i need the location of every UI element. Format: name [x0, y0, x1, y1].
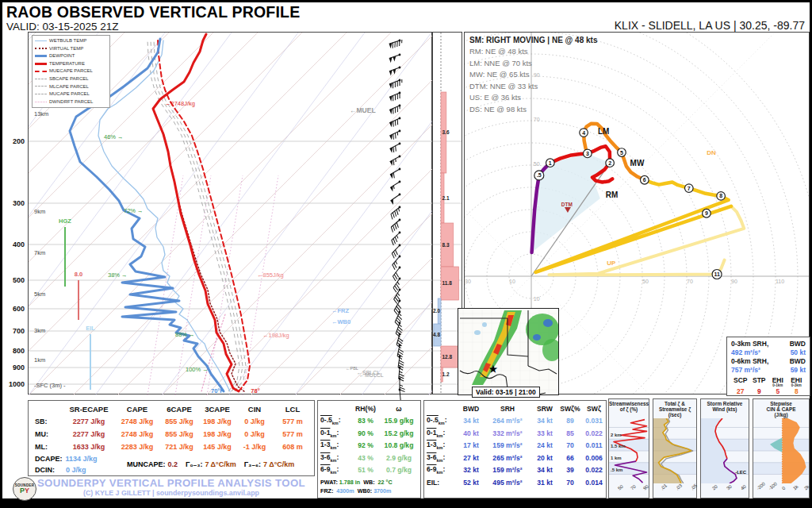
wind-barb — [393, 290, 404, 303]
km-marker-label: 5 — [620, 150, 623, 156]
frz-row: FRZ: 4300m WB0: 3700m — [320, 487, 420, 495]
skewt-legend: WETBULB TEMPVIRTUAL TEMPDEWPOINTTEMPERAT… — [32, 35, 110, 108]
mixing-ratio-value: 10.8 g/kg — [379, 441, 419, 449]
srh-03-label: 0-3km SRH, — [731, 340, 768, 348]
cell-value: 855 J/kg — [160, 430, 198, 438]
km-marker-label: 1 — [549, 160, 552, 166]
table-row: 0-1km:90 %15.2 g/kg — [320, 427, 420, 440]
annotation: ←855J/kg — [257, 271, 284, 279]
table-row: 6-9km:51 %0.7 g/kg — [320, 464, 420, 477]
panel-x-tick: .01 — [660, 483, 668, 491]
annotation: 46% → — [104, 133, 124, 140]
annotation: 38% → — [108, 271, 128, 279]
hodograph-label-RM: RM — [606, 190, 619, 199]
cell-value: 145 J/kg — [198, 443, 236, 451]
ring-label: 10 — [509, 279, 515, 284]
table-row: 0-.5km:83 %15.9 g/kg — [320, 415, 420, 428]
annotation: ←WB0 — [331, 318, 350, 325]
legend-item: DWNDRFT PARCEL — [35, 98, 107, 106]
omega-value: 3.6 — [442, 129, 450, 135]
cell-value: 0.014 — [582, 479, 606, 487]
km-marker-label: 7 — [688, 186, 691, 191]
cell-value: -1 J/kg — [236, 443, 273, 451]
mini-panel-title: Storm RelativeWind (kts) — [701, 399, 749, 418]
ring-label: 10 — [534, 296, 540, 302]
row-label: 0-1km: — [320, 429, 352, 438]
cell-value: 721 J/kg — [160, 443, 198, 451]
mini-panel-title: Streamwisenessof ζ (%) — [609, 399, 649, 418]
row-label: 0-1km: — [427, 429, 458, 438]
omega-value: 1.2 — [442, 371, 450, 377]
cell-value: 332 m²/s² — [484, 429, 531, 437]
cell-value: 495 m²/s² — [484, 479, 531, 487]
sounderpy-logo: SOUNDER PY — [13, 477, 36, 501]
srh-06-label: 0-6km SRH, — [731, 357, 768, 366]
mini-panel: Streamwisenessof ζ (%)2 km1.5 km1 km.5 k… — [608, 398, 649, 498]
height-tick-label: 13km — [34, 110, 48, 117]
radar-echo — [482, 322, 487, 327]
sounderpy-app-canvas: RAOB OBSERVED VERTICAL PROFILE VALID: 03… — [0, 0, 812, 508]
storm-motion-line: RM: NE @ 48 kts — [469, 46, 597, 58]
mixing-ratio-value: 15.9 g/kg — [379, 417, 419, 425]
column-header: 3CAPE — [198, 405, 236, 414]
parcel-trace-gray — [151, 40, 243, 391]
surface-temp-marker: 78° — [251, 387, 259, 394]
omega-value: 8.3 — [442, 242, 450, 248]
row-label: SB: — [32, 418, 63, 425]
storm-motion-line: DS: NE @ 98 kts — [469, 104, 597, 116]
km-marker-label: .5 — [537, 172, 542, 178]
legend-line-swatch — [35, 94, 47, 94]
dcin-row: DCIN:0 J/kg — [32, 464, 127, 475]
panel-x-tick: 2k — [803, 484, 810, 491]
cell-value: 0 J/kg — [236, 418, 273, 425]
rh-value: 43 % — [352, 454, 379, 462]
srh-summary-box: 0-3km SRH,BWD 492 m²/s²50 kt 0-6km SRH,B… — [726, 337, 810, 396]
legend-item: MLCAPE PARCEL — [35, 83, 107, 91]
panel-x-ticks: -200-10001k2k — [753, 487, 809, 498]
mixing-ratio-value: 2.9 g/kg — [379, 454, 419, 462]
wind-barb — [389, 106, 401, 114]
wind-barb — [393, 279, 404, 292]
row-label: 0-.5km: — [427, 416, 458, 425]
legend-item: MUECAPE PARCEL — [35, 67, 107, 75]
table-row: ML:1633 J/kg2283 J/kg721 J/kg145 J/kg-1 … — [32, 441, 314, 453]
km-marker-label: 11 — [714, 271, 720, 277]
omega-value: -2.0 — [433, 308, 440, 314]
table-row: 0-1km:40 kt332 m²/s²33 kt850.022 — [427, 427, 606, 440]
footer-credit: (C) KYLE J GILLETT | sounderpysoundings.… — [28, 489, 315, 497]
panel-x-tick: 70 — [630, 484, 637, 491]
kinematics-table: BWDSRHSRWSWζ%SWζ0-.5km:34 kt264 m²/s²34 … — [423, 400, 607, 498]
omega-value: 11.8 — [442, 280, 453, 286]
km-marker-label: 3 — [586, 151, 589, 156]
row-label: 3-6km: — [427, 453, 458, 463]
mini-panel-chart: -LEC — [701, 418, 749, 483]
stp-value: 9 — [750, 387, 769, 395]
table-row: MU:2277 J/kg2748 J/kg855 J/kg198 J/kg0 J… — [32, 428, 314, 441]
muncape-gamma-row: MUNCAPE:0.2Γ₀₋₃:7 Δ°C/kmΓ₃₋₆:7 Δ°C/km — [127, 453, 314, 475]
hodograph-label-DN: DN — [707, 149, 716, 156]
legend-line-swatch — [35, 102, 47, 102]
wind-barb — [391, 256, 404, 270]
panel-x-tick: 20 — [711, 484, 718, 491]
scp-header: SCP — [731, 376, 750, 387]
cell-value: 0.006 — [582, 454, 606, 462]
table-row: 1-3km:17 kt159 m²/s²24 kt700.011 — [427, 440, 606, 452]
table-row: 0-.5km:34 kt264 m²/s²34 kt890.031 — [427, 415, 606, 428]
column-header: RH(%) — [352, 405, 379, 413]
column-header: 6CAPE — [160, 405, 198, 414]
chart-background: RAOB OBSERVED VERTICAL PROFILE VALID: 03… — [2, 2, 810, 498]
row-label: EIL: — [427, 479, 458, 487]
wind-barb — [390, 233, 404, 245]
height-tick-label: 9km — [34, 208, 45, 215]
pressure-tick-label: 500 — [13, 276, 25, 284]
legend-line-swatch — [35, 86, 47, 87]
column-header: ω — [379, 405, 419, 413]
legend-item: SBCAPE PARCEL — [35, 75, 107, 83]
indicator-label-HGZ: HGZ — [59, 217, 71, 225]
storm-motion-line: DTM: NNE @ 33 kts — [469, 81, 597, 93]
wind-barb — [397, 345, 405, 359]
mini-panel-chart: 2 km1.5 km1 km.5 km — [609, 418, 649, 483]
wind-barb — [390, 156, 402, 166]
km-marker-label: 4 — [582, 130, 585, 136]
wetbulb-trace — [98, 40, 230, 391]
